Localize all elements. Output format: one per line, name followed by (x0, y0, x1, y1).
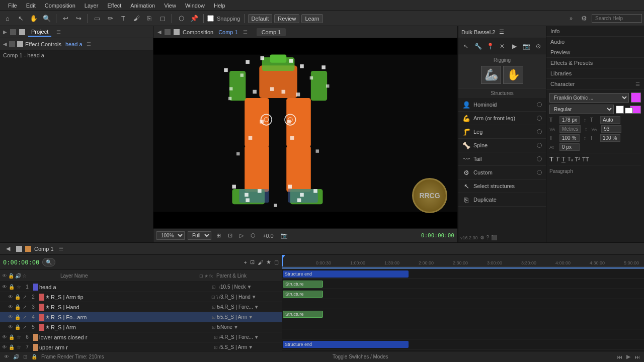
struct-spine[interactable]: 🦴 Spine (458, 139, 546, 152)
color-swatch[interactable] (631, 93, 641, 103)
parent-val-1[interactable]: 10.5 | Neck (220, 284, 246, 290)
status-solo-btn[interactable]: ⊡ (23, 354, 27, 359)
struct-hominoid[interactable]: 👤 Hominoid (458, 98, 546, 112)
va-val[interactable]: Metrics (559, 125, 581, 133)
white-swatch[interactable] (616, 106, 624, 114)
menu-file[interactable]: File (4, 2, 21, 10)
select-tool[interactable]: ↖ (15, 13, 26, 24)
tl-add-btn[interactable]: + (244, 259, 247, 265)
lock-6[interactable]: 🔒 (8, 334, 15, 341)
white-swatch-2[interactable] (625, 108, 633, 114)
brush-tool[interactable]: 🖌 (131, 13, 142, 24)
lock-5[interactable]: 🔒 (14, 324, 21, 331)
undo-tool[interactable]: ↩ (60, 13, 71, 24)
grid-btn[interactable]: ⊡ (226, 231, 234, 240)
struct-custom[interactable]: ⚙ Custom (458, 166, 546, 179)
solo-toggle[interactable]: ☆ (22, 273, 27, 279)
layer-row-3[interactable]: 👁 🔒 ↗ 3 ★ R_S | Hand ⊡ fx 4.R_S | Fore..… (0, 302, 282, 312)
duik-cursor-btn[interactable]: ↖ (460, 40, 471, 52)
tab-effects[interactable]: Effects & Presets (546, 58, 644, 68)
zoom-select[interactable]: 100% (156, 231, 185, 240)
tl-brush-btn[interactable]: 🖌 (258, 259, 263, 265)
underline-btn[interactable]: T (561, 155, 566, 163)
tl-comp-btn[interactable]: ⊡ (250, 259, 255, 265)
tab-character[interactable]: Character (550, 81, 575, 87)
home-button[interactable]: ⌂ (2, 13, 13, 24)
parent-val-6[interactable]: 4.R_S | Fore... (220, 334, 253, 340)
layer-row-4[interactable]: 👁 🔒 ↗ 4 ★ R_S | Fo...arm ⊡ fx 5.S_S | Ar… (0, 312, 282, 322)
search-help-input[interactable] (592, 14, 642, 23)
shy-6[interactable]: ☆ (15, 334, 22, 341)
lock-7[interactable]: 🔒 (8, 344, 15, 351)
roto-tool[interactable]: ⬡ (176, 13, 187, 24)
layer-row-5[interactable]: 👁 🔒 ↗ 5 ★ R_S | Arm ⊡ fx None ▼ (0, 322, 282, 332)
vis-5[interactable]: 👁 (7, 324, 14, 331)
shy-1[interactable]: ☆ (15, 284, 22, 291)
rig-btn-1[interactable]: 🦾 (481, 66, 501, 84)
menu-layer[interactable]: Layer (80, 2, 103, 10)
rect-tool[interactable]: ▭ (92, 13, 103, 24)
tab-preview[interactable]: Preview (546, 47, 644, 58)
font-style-select[interactable]: Regular (549, 105, 614, 114)
sup-btn[interactable]: T² (575, 155, 580, 163)
shy-5[interactable]: ↗ (21, 324, 28, 331)
lock-toggle[interactable]: 🔒 (8, 273, 14, 279)
parent-val-3[interactable]: 4.R_S | Fore... (220, 304, 253, 310)
expand-toolbar[interactable]: » (566, 13, 577, 24)
snapping-checkbox[interactable] (207, 15, 214, 22)
menu-composition[interactable]: Composition (41, 2, 79, 10)
clone-tool[interactable]: ⎘ (144, 13, 155, 24)
t-size-1[interactable]: 100 % (559, 134, 580, 142)
layer-row-1[interactable]: 👁 🔒 ☆ 1 head a ⊡ / 10.5 | Neck ▼ (0, 282, 282, 292)
font-family-select[interactable]: Franklin Gothic ... (549, 93, 629, 103)
redo-tool[interactable]: ↪ (73, 13, 84, 24)
at-val[interactable]: 0 px (559, 143, 580, 151)
shy-3[interactable]: ↗ (21, 304, 28, 311)
menu-animation[interactable]: Animation (126, 2, 159, 10)
bold-btn[interactable]: T (549, 155, 553, 163)
parent-val-2[interactable]: 3.R_S | Hand (220, 294, 251, 300)
vis-6[interactable]: 👁 (1, 334, 8, 341)
vis-4[interactable]: 👁 (7, 314, 14, 321)
duik-x-btn[interactable]: ✕ (497, 40, 508, 52)
vis-3[interactable]: 👁 (7, 304, 14, 311)
audio-toggle[interactable]: 🔊 (15, 273, 21, 279)
search-bar[interactable]: 🔍 (42, 258, 55, 266)
menu-view[interactable]: View (160, 2, 180, 10)
va-number[interactable]: 93 (601, 125, 621, 133)
workspace-learn[interactable]: Learn (301, 14, 323, 23)
struct-arm[interactable]: 💪 Arm (or front leg) (458, 112, 546, 125)
tl-star-btn[interactable]: ★ (266, 259, 271, 265)
preview-mode-btn[interactable]: ▷ (237, 231, 246, 240)
status-vis-btn[interactable]: 👁 (4, 354, 9, 359)
tab-audio[interactable]: Audio (546, 37, 644, 47)
go-to-end-btn[interactable]: ⏭ (634, 354, 640, 360)
tl-back-btn[interactable]: ◀ (3, 244, 13, 253)
status-audio-btn[interactable]: 🔊 (13, 354, 19, 359)
duik-close-btn[interactable]: ⬛ (491, 235, 497, 240)
duik-video-btn[interactable]: ▶ (509, 40, 520, 52)
workspace-default[interactable]: Default (248, 14, 273, 23)
duik-rig-btn[interactable]: 🔧 (472, 40, 484, 52)
struct-tail[interactable]: 〰 Tail (458, 152, 546, 166)
hand-tool[interactable]: ✋ (28, 13, 39, 24)
struct-duplicate[interactable]: ⎘ Duplicate (458, 193, 546, 207)
lock-3[interactable]: 🔒 (14, 304, 21, 311)
pin-tool[interactable]: 📌 (189, 13, 200, 24)
vis-2[interactable]: 👁 (7, 294, 14, 301)
zoom-tool[interactable]: 🔍 (41, 13, 52, 24)
italic-btn[interactable]: T (555, 155, 559, 163)
tab-info[interactable]: Info (546, 26, 644, 37)
t-size-2[interactable]: 100 % (600, 134, 620, 142)
layer-row-7[interactable]: 👁 🔒 ☆ 7 upper arm r ⊡ / 5.S_S | Arm ▼ (0, 342, 282, 351)
duik-settings-btn[interactable]: ⚙ (480, 235, 485, 240)
layer-row-2[interactable]: 👁 🔒 ↗ 2 ★ R_S | Arm tip ⊡ \ / 3.R_S | Ha… (0, 292, 282, 302)
fit-view-btn[interactable]: ⊞ (214, 231, 223, 240)
text-tool[interactable]: T (118, 13, 129, 24)
parent-val-4[interactable]: 5.S_S | Arm (220, 314, 247, 320)
duik-help-btn[interactable]: ? (487, 235, 490, 240)
layer-row-6[interactable]: 👁 🔒 ☆ 6 lower arms closed r ⊡ / 4.R_S | … (0, 332, 282, 342)
caps-btn[interactable]: TT (582, 155, 589, 163)
rig-btn-2[interactable]: ✋ (503, 66, 523, 84)
playhead[interactable] (282, 255, 283, 266)
